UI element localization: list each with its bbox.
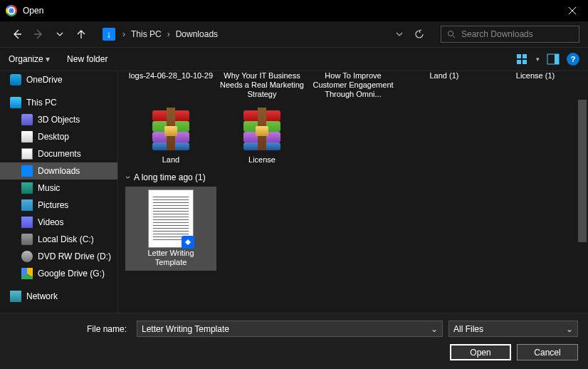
tree-network[interactable]: Network [0, 288, 117, 305]
view-options-button[interactable] [516, 53, 529, 65]
svg-rect-1 [517, 54, 521, 58]
organize-menu[interactable]: Organize ▾ [9, 54, 50, 64]
svg-point-0 [448, 31, 453, 36]
tree-music[interactable]: Music [0, 180, 117, 197]
toolbar: Organize ▾ New folder ▾ ? [0, 47, 588, 71]
tree-documents[interactable]: Documents [0, 145, 117, 162]
svg-rect-2 [523, 54, 527, 58]
file-item[interactable]: How To Improve Customer Engagement Throu… [308, 71, 399, 105]
file-item[interactable]: Why Your IT Business Needs a Real Market… [216, 71, 308, 105]
file-item-land[interactable]: Land [125, 105, 216, 168]
forward-button[interactable] [30, 26, 47, 43]
tree-desktop[interactable]: Desktop [0, 128, 117, 145]
svg-rect-6 [555, 54, 559, 64]
nav-tree: OneDrive This PC 3D Objects Desktop Docu… [0, 71, 118, 313]
view-dropdown[interactable]: ▾ [536, 56, 540, 63]
file-list: logs-24-06-28_10-10-29 Why Your IT Busin… [118, 71, 588, 313]
document-icon [148, 189, 194, 248]
filename-label: File name: [10, 324, 131, 334]
refresh-button[interactable] [411, 26, 428, 43]
search-icon [447, 30, 456, 38]
tree-downloads[interactable]: Downloads [0, 162, 117, 180]
filename-combo[interactable]: Letter Writing Template ⌄ [137, 321, 443, 337]
tree-gdrive[interactable]: Google Drive (G:) [0, 265, 117, 282]
tree-thispc[interactable]: This PC [0, 94, 117, 111]
title-bar: Open [0, 0, 588, 21]
tree-3dobjects[interactable]: 3D Objects [0, 111, 117, 128]
tree-pictures[interactable]: Pictures [0, 197, 117, 214]
rar-icon [148, 108, 194, 153]
nav-bar: › This PC › Downloads [0, 21, 588, 47]
breadcrumb-current[interactable]: Downloads [176, 29, 218, 39]
history-dropdown[interactable] [391, 26, 408, 43]
window-title: Open [23, 6, 43, 16]
breadcrumb[interactable]: › This PC › Downloads [120, 29, 378, 39]
back-button[interactable] [9, 26, 26, 43]
search-box[interactable] [441, 26, 579, 43]
search-input[interactable] [461, 29, 573, 39]
svg-rect-3 [517, 60, 521, 64]
open-button[interactable]: Open [450, 344, 511, 360]
file-item[interactable]: Land (1) [399, 71, 490, 105]
tree-videos[interactable]: Videos [0, 214, 117, 231]
help-button[interactable]: ? [567, 53, 579, 66]
file-item[interactable]: logs-24-06-28_10-10-29 [125, 71, 216, 105]
chevron-down-icon: ⌄ [431, 324, 438, 334]
recent-dropdown[interactable] [51, 26, 68, 43]
file-item-license[interactable]: License [216, 105, 308, 168]
tree-localdisk[interactable]: Local Disk (C:) [0, 231, 117, 248]
new-folder-button[interactable]: New folder [67, 54, 107, 64]
up-button[interactable] [73, 26, 90, 43]
preview-pane-button[interactable] [547, 53, 560, 65]
svg-rect-4 [523, 60, 527, 64]
cancel-button[interactable]: Cancel [517, 344, 578, 360]
file-item-letter-template[interactable]: Letter Writing Template [125, 187, 216, 271]
filetype-combo[interactable]: All Files ⌄ [448, 321, 578, 337]
scrollbar[interactable] [577, 71, 588, 313]
downloads-folder-icon [103, 28, 115, 41]
group-header[interactable]: › A long time ago (1) [118, 168, 588, 187]
close-button[interactable] [556, 0, 588, 21]
chrome-icon [6, 5, 17, 16]
breadcrumb-root[interactable]: This PC [131, 29, 162, 39]
chevron-down-icon: ⌄ [566, 324, 573, 334]
rar-icon [239, 108, 285, 153]
bottom-panel: File name: Letter Writing Template ⌄ All… [0, 313, 588, 369]
tree-onedrive[interactable]: OneDrive [0, 71, 117, 88]
tree-dvd[interactable]: DVD RW Drive (D:) [0, 248, 117, 265]
file-item[interactable]: License (1) [490, 71, 581, 105]
